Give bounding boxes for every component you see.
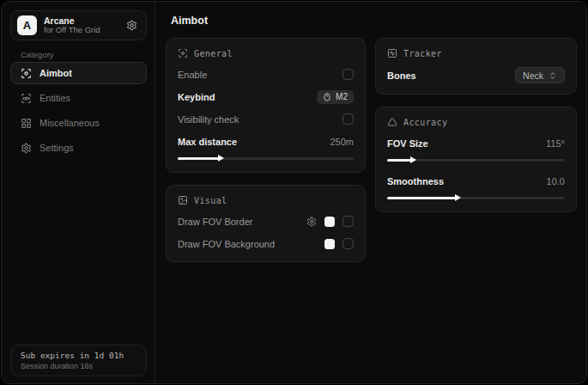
smoothness-value: 10.0 (547, 176, 565, 186)
tracker-card: Tracker Bones Neck (375, 38, 577, 95)
session-duration-text: Session duration 16s (21, 362, 136, 370)
brand-text: Arcane for Off The Grid (44, 15, 119, 35)
slider-fill (178, 157, 220, 160)
draw-fov-background-controls (324, 238, 354, 249)
draw-fov-background-label: Draw FOV Background (178, 239, 275, 249)
max-distance-row: Max distance 250m (178, 134, 354, 149)
left-column: General Enable Keybind M2 Visi (166, 38, 366, 262)
draw-fov-border-label: Draw FOV Border (178, 217, 252, 227)
accuracy-card-header: Accuracy (387, 117, 565, 127)
sidebar-item-aimbot[interactable]: Aimbot (10, 62, 147, 84)
app-window: A Arcane for Off The Grid Category Aimbo… (1, 1, 587, 384)
visibility-check-checkbox[interactable] (342, 113, 354, 125)
entities-icon (21, 93, 32, 104)
triangle-icon (387, 117, 397, 127)
keybind-button[interactable]: M2 (317, 90, 354, 104)
fov-size-row: FOV Size 115° (387, 136, 565, 150)
slider-fill (387, 159, 412, 162)
sidebar-item-entities[interactable]: Entities (10, 87, 147, 109)
accuracy-card-title: Accuracy (403, 118, 447, 127)
draw-fov-background-row: Draw FOV Background (178, 236, 354, 251)
category-label: Category (21, 50, 54, 59)
sidebar-item-label: Settings (39, 143, 74, 153)
visibility-check-label: Visibility check (178, 114, 239, 125)
bones-value: Neck (523, 70, 543, 81)
sidebar-item-settings[interactable]: Settings (10, 137, 147, 159)
general-card-header: General (178, 48, 354, 58)
fov-size-slider[interactable] (387, 156, 565, 163)
max-distance-label: Max distance (178, 137, 237, 147)
chevrons-up-down-icon (549, 71, 557, 80)
visibility-check-row: Visibility check (178, 112, 354, 126)
keybind-label: Keybind (178, 92, 215, 102)
draw-fov-border-controls (306, 216, 354, 227)
slider-thumb[interactable] (410, 156, 416, 163)
smoothness-label: Smoothness (387, 176, 444, 186)
keybind-row: Keybind M2 (178, 89, 354, 104)
page-title: Aimbot (171, 15, 208, 27)
settings-gear-icon (21, 143, 32, 154)
enable-label: Enable (178, 70, 207, 80)
main-content: Aimbot General Enable Keybind (156, 2, 586, 383)
enable-checkbox[interactable] (342, 69, 354, 80)
sidebar-nav: Aimbot Entities Miscellaneous Settings (10, 62, 147, 159)
fov-size-value: 115° (546, 138, 565, 149)
general-card-title: General (194, 49, 233, 58)
sidebar-item-label: Aimbot (39, 68, 72, 78)
brand-card: A Arcane for Off The Grid (10, 10, 147, 40)
subscription-card: Sub expires in 1d 01h Session duration 1… (10, 345, 147, 376)
misc-icon (21, 118, 32, 129)
sub-expires-text: Sub expires in 1d 01h (21, 351, 136, 360)
fov-border-color-swatch[interactable] (324, 217, 335, 227)
crosshair-icon (178, 48, 188, 58)
visual-card-title: Visual (194, 196, 227, 205)
activity-icon (387, 48, 397, 58)
gear-icon[interactable] (306, 217, 317, 227)
crosshair-icon (21, 68, 32, 79)
right-column: Tracker Bones Neck (375, 38, 577, 212)
keybind-value: M2 (336, 92, 348, 101)
fov-size-label: FOV Size (387, 138, 428, 149)
bones-select[interactable]: Neck (515, 67, 565, 83)
bones-row: Bones Neck (387, 67, 565, 83)
smoothness-row: Smoothness 10.0 (387, 174, 565, 188)
max-distance-value: 250m (330, 137, 354, 147)
tracker-card-title: Tracker (403, 49, 442, 58)
slider-thumb[interactable] (455, 194, 461, 201)
slider-thumb[interactable] (218, 155, 224, 162)
gear-icon[interactable] (126, 20, 137, 31)
slider-fill (387, 197, 457, 199)
sidebar-item-label: Miscellaneous (39, 118, 100, 128)
smoothness-slider[interactable] (387, 194, 565, 201)
app-logo: A (17, 15, 37, 35)
enable-row: Enable (178, 67, 354, 82)
visual-card: Visual Draw FOV Border Draw FOV Backgrou… (166, 185, 366, 262)
draw-fov-border-row: Draw FOV Border (178, 214, 354, 229)
draw-fov-background-checkbox[interactable] (342, 238, 354, 249)
sidebar: A Arcane for Off The Grid Category Aimbo… (2, 2, 155, 383)
visual-card-header: Visual (178, 195, 354, 205)
image-icon (178, 195, 188, 205)
tracker-card-header: Tracker (387, 48, 565, 58)
fov-background-color-swatch[interactable] (324, 239, 335, 249)
draw-fov-border-checkbox[interactable] (342, 216, 354, 227)
bones-label: Bones (387, 70, 416, 81)
general-card: General Enable Keybind M2 Visi (166, 38, 366, 173)
mouse-icon (323, 93, 331, 101)
sidebar-item-label: Entities (39, 93, 70, 103)
accuracy-card: Accuracy FOV Size 115° Smoothness 10.0 (375, 107, 577, 212)
app-subtitle: for Off The Grid (44, 26, 119, 35)
max-distance-slider[interactable] (178, 155, 354, 162)
sidebar-item-miscellaneous[interactable]: Miscellaneous (10, 112, 147, 134)
